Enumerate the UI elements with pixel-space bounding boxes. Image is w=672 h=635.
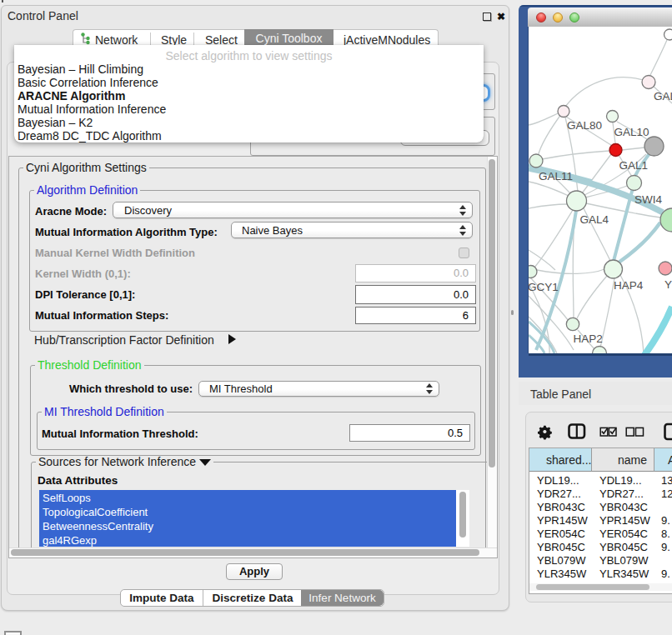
svg-text:HAP4: HAP4 [614, 279, 644, 292]
svg-text:GAL80: GAL80 [567, 119, 602, 132]
svg-text:SWI4: SWI4 [634, 193, 662, 206]
svg-text:GAL4: GAL4 [580, 213, 609, 226]
svg-text:GAL1: GAL1 [619, 159, 649, 172]
svg-text:HAP2: HAP2 [574, 332, 603, 345]
svg-text:Y: Y [664, 278, 672, 291]
svg-text:GAL10: GAL10 [614, 126, 649, 138]
svg-text:GCY1: GCY1 [529, 281, 559, 293]
svg-text:GAL7: GAL7 [654, 90, 672, 102]
svg-text:GAL11: GAL11 [539, 170, 573, 182]
